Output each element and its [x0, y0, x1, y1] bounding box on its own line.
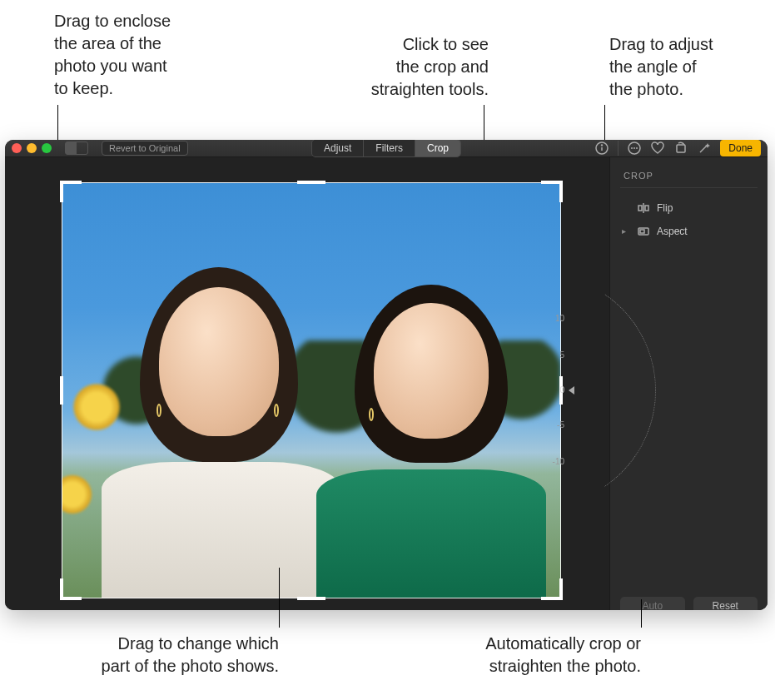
titlebar: Revert to Original Adjust Filters Crop	[5, 140, 768, 157]
flip-button[interactable]: Flip	[620, 196, 758, 220]
svg-point-2	[602, 145, 603, 146]
angle-tick-label: 0	[559, 385, 564, 395]
crop-handle-bottom-left[interactable]	[60, 578, 82, 600]
tab-crop[interactable]: Crop	[415, 140, 460, 156]
editor-body: 10 5 0 -5 -10 CROP Flip ▸	[5, 157, 768, 610]
titlebar-right-group: Done	[594, 140, 761, 156]
edit-mode-segmented-control: Adjust Filters Crop	[311, 140, 461, 157]
svg-rect-7	[677, 145, 685, 152]
photo-canvas: 10 5 0 -5 -10	[5, 157, 609, 610]
callout-crop-tab: Click to see the crop and straighten too…	[301, 33, 489, 101]
callout-angle-dial: Drag to adjust the angle of the photo.	[609, 33, 713, 101]
callout-crop-handles: Drag to enclose the area of the photo yo…	[54, 10, 171, 100]
info-icon[interactable]	[594, 141, 609, 156]
aspect-label: Aspect	[657, 226, 688, 237]
crop-handle-top-right[interactable]	[541, 181, 563, 202]
done-button[interactable]: Done	[720, 140, 761, 156]
angle-tick-label: -10	[553, 457, 564, 466]
inspector-title: CROP	[620, 166, 758, 188]
aspect-icon	[637, 225, 650, 238]
svg-point-5	[633, 147, 635, 149]
reset-button[interactable]: Reset	[693, 597, 758, 610]
callout-auto-button: Automatically crop or straighten the pho…	[433, 633, 641, 678]
window-fullscreen-button[interactable]	[42, 143, 52, 153]
disclosure-chevron-icon: ▸	[622, 226, 630, 236]
rotate-icon[interactable]	[673, 141, 688, 156]
auto-enhance-icon[interactable]	[697, 141, 712, 156]
angle-tick-label: -5	[557, 420, 564, 429]
flip-label: Flip	[657, 202, 673, 214]
svg-point-4	[631, 147, 633, 149]
auto-crop-button[interactable]: Auto	[620, 597, 685, 610]
crop-handle-left[interactable]	[60, 376, 63, 405]
toolbar-divider	[618, 141, 619, 156]
crop-frame[interactable]: 10 5 0 -5 -10	[62, 182, 561, 598]
leader-line	[279, 568, 280, 628]
thumbnail-toggle[interactable]	[65, 141, 88, 155]
svg-rect-9	[640, 230, 644, 233]
window-close-button[interactable]	[12, 143, 22, 153]
crop-border[interactable]	[62, 182, 561, 598]
more-icon[interactable]	[627, 141, 642, 156]
revert-to-original-button[interactable]: Revert to Original	[102, 141, 188, 156]
favorite-icon[interactable]	[650, 141, 665, 156]
window-minimize-button[interactable]	[27, 143, 37, 153]
aspect-button[interactable]: ▸ Aspect	[620, 220, 758, 243]
svg-point-6	[636, 147, 638, 149]
straighten-angle-dial[interactable]: 10 5 0 -5 -10	[523, 307, 569, 474]
crop-handle-top-left[interactable]	[60, 181, 82, 202]
angle-tick-label: 5	[559, 350, 564, 360]
angle-tick-label: 10	[555, 314, 564, 323]
photos-edit-window: Revert to Original Adjust Filters Crop	[5, 140, 768, 610]
leader-line	[641, 599, 642, 628]
flip-icon	[637, 201, 650, 215]
crop-handle-bottom-right[interactable]	[541, 578, 563, 600]
crop-handle-bottom[interactable]	[297, 597, 325, 600]
crop-handle-top[interactable]	[297, 181, 325, 184]
angle-dial-pointer[interactable]	[569, 386, 574, 395]
tab-filters[interactable]: Filters	[364, 140, 415, 156]
tab-adjust[interactable]: Adjust	[312, 140, 364, 156]
callout-pan-photo: Drag to change which part of the photo s…	[37, 633, 279, 678]
